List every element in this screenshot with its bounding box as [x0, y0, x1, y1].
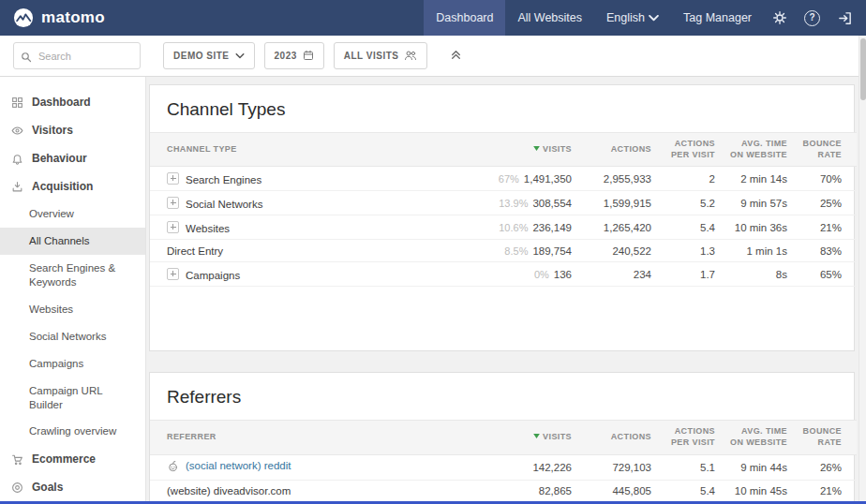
channel-types-widget: Channel Types Channel Type Visits Action…	[149, 84, 855, 351]
top-navigation: matomo Dashboard All Websites English Ta…	[0, 0, 866, 36]
scrollbar-thumb[interactable]	[860, 38, 866, 100]
referrer-label[interactable]: (website) diveadvisor.com	[167, 485, 291, 497]
table-row[interactable]: Direct Entry 8.5%189,754 240,522 1.3 1 m…	[150, 240, 857, 262]
sidebar-item-search-engines-keywords[interactable]: Search Engines & Keywords	[0, 255, 145, 296]
widget-title-channel-types: Channel Types	[150, 85, 854, 132]
visits-share: 13.9%	[499, 198, 528, 209]
avg-time-value: 1 min 1s	[730, 240, 802, 262]
table-row[interactable]: Social Networks 13.9%308,554 1,599,915 5…	[150, 191, 857, 215]
matomo-logo-icon	[13, 7, 34, 28]
col-visits-label: Visits	[543, 432, 572, 441]
bounce-rate-value: 70%	[802, 167, 857, 191]
col-bounce-rate[interactable]: Bounce Rate	[802, 421, 857, 454]
nav-all-websites[interactable]: All Websites	[505, 0, 594, 36]
nav-language-selector[interactable]: English	[594, 0, 671, 36]
sort-desc-icon	[533, 434, 540, 438]
sidebar-item-ecommerce[interactable]: Ecommerce	[0, 445, 145, 473]
col-avg-time[interactable]: Avg. Time on Website	[730, 133, 802, 167]
sidebar-item-label: Ecommerce	[32, 452, 96, 466]
table-header-row: Referrer Visits Actions Actions per Visi…	[150, 421, 857, 454]
expand-icon[interactable]	[167, 221, 179, 233]
actions-value: 1,599,915	[587, 191, 666, 215]
sidebar-item-label: Overview	[29, 207, 74, 221]
table-row[interactable]: Search Engines 67%1,491,350 2,955,933 2 …	[150, 167, 857, 191]
sidebar-item-label: Acquisition	[32, 180, 93, 193]
col-avg-time[interactable]: Avg. Time on Website	[730, 421, 802, 454]
page-scrollbar[interactable]	[859, 36, 866, 504]
table-row[interactable]: (social network) reddit 142,226 729,103 …	[150, 454, 857, 480]
site-selector-button[interactable]: DEMO SITE	[163, 42, 255, 69]
segment-toolbar: DEMO SITE 2023 ALL VISITS	[0, 36, 866, 77]
visitors-icon	[11, 125, 23, 137]
matomo-logo[interactable]: matomo	[13, 7, 105, 28]
bounce-rate-value: 21%	[802, 480, 857, 502]
table-row[interactable]: Websites 10.6%236,149 1,265,420 5.4 10 m…	[150, 215, 857, 240]
visits-share: 8.5%	[504, 245, 528, 257]
col-actions-per-visit[interactable]: Actions per Visit	[666, 421, 730, 454]
col-actions-per-visit[interactable]: Actions per Visit	[666, 133, 730, 167]
expand-icon[interactable]	[167, 268, 179, 280]
visits-value: 236,149	[532, 222, 572, 233]
sidebar-item-campaigns[interactable]: Campaigns	[0, 350, 145, 378]
search-input[interactable]	[13, 42, 141, 69]
bounce-rate-value: 25%	[802, 191, 857, 215]
sidebar-item-websites[interactable]: Websites	[0, 296, 145, 323]
collapse-toolbar-button[interactable]	[450, 48, 462, 65]
col-actions[interactable]: Actions	[587, 421, 666, 454]
sidebar-item-goals[interactable]: Goals	[0, 473, 145, 501]
row-label[interactable]: Search Engines	[186, 174, 261, 185]
sidebar-item-all-channels[interactable]: All Channels	[0, 228, 145, 255]
sign-out-icon	[837, 10, 853, 26]
sidebar-item-dashboard[interactable]: Dashboard	[0, 88, 145, 116]
sidebar-item-social-networks[interactable]: Social Networks	[0, 323, 145, 350]
nav-dashboard[interactable]: Dashboard	[424, 0, 505, 36]
expand-icon[interactable]	[167, 172, 179, 185]
visits-value: 136	[554, 269, 572, 280]
sidebar-item-overview[interactable]: Overview	[0, 200, 145, 228]
sidebar-item-label: Search Engines & Keywords	[29, 261, 134, 289]
visits-share: 67%	[499, 173, 519, 185]
widget-title-referrers: Referrers	[150, 373, 854, 420]
visits-share: 0%	[534, 269, 549, 280]
referrers-widget: Referrers Referrer Visits Actions Action…	[149, 372, 855, 504]
calendar-icon	[303, 50, 314, 63]
sidebar-item-acquisition[interactable]: Acquisition	[0, 172, 145, 200]
table-row[interactable]: Campaigns 0%136 234 1.7 8s 65%	[150, 262, 857, 287]
col-actions[interactable]: Actions	[587, 133, 666, 167]
visits-value: 1,491,350	[524, 173, 572, 185]
help-button[interactable]: ?	[796, 0, 829, 36]
nav-tag-manager[interactable]: Tag Manager	[671, 0, 764, 36]
acquisition-icon	[11, 181, 23, 193]
col-channel-type[interactable]: Channel Type	[150, 133, 474, 167]
row-label[interactable]: Direct Entry	[167, 245, 223, 257]
actions-per-visit-value: 5.1	[666, 454, 730, 480]
row-label[interactable]: Social Networks	[186, 199, 262, 210]
actions-per-visit-value: 1.7	[666, 262, 730, 287]
col-visits[interactable]: Visits	[474, 133, 587, 167]
sidebar-item-label: Dashboard	[32, 96, 91, 109]
referrer-link[interactable]: (social network) reddit	[186, 460, 291, 471]
sign-out-button[interactable]	[829, 0, 866, 36]
sidebar-item-behaviour[interactable]: Behaviour	[0, 144, 145, 172]
col-bounce-rate[interactable]: Bounce Rate	[802, 133, 857, 167]
row-label[interactable]: Campaigns	[186, 270, 240, 281]
body-row: Dashboard Visitors Behaviour	[0, 77, 866, 504]
sidebar-item-label: Goals	[32, 481, 63, 494]
bounce-rate-value: 65%	[802, 262, 857, 287]
sidebar-item-visitors[interactable]: Visitors	[0, 116, 145, 144]
sidebar-item-campaign-url-builder[interactable]: Campaign URL Builder	[0, 378, 145, 419]
row-label[interactable]: Websites	[186, 223, 230, 234]
expand-icon[interactable]	[167, 197, 179, 209]
sidebar-item-crawling-overview[interactable]: Crawling overview	[0, 418, 145, 445]
site-selector-label: DEMO SITE	[173, 51, 230, 61]
segment-selector-button[interactable]: ALL VISITS	[334, 42, 428, 69]
settings-button[interactable]	[764, 0, 796, 36]
avg-time-value: 9 min 44s	[730, 454, 802, 480]
col-referrer[interactable]: Referrer	[150, 421, 474, 454]
avg-time-value: 8s	[730, 262, 802, 287]
bounce-rate-value: 83%	[802, 240, 857, 262]
period-selector-button[interactable]: 2023	[264, 42, 324, 69]
table-row[interactable]: (website) diveadvisor.com 82,865 445,805…	[150, 480, 857, 502]
card-footer-spacer	[150, 287, 854, 319]
col-visits[interactable]: Visits	[474, 421, 587, 454]
